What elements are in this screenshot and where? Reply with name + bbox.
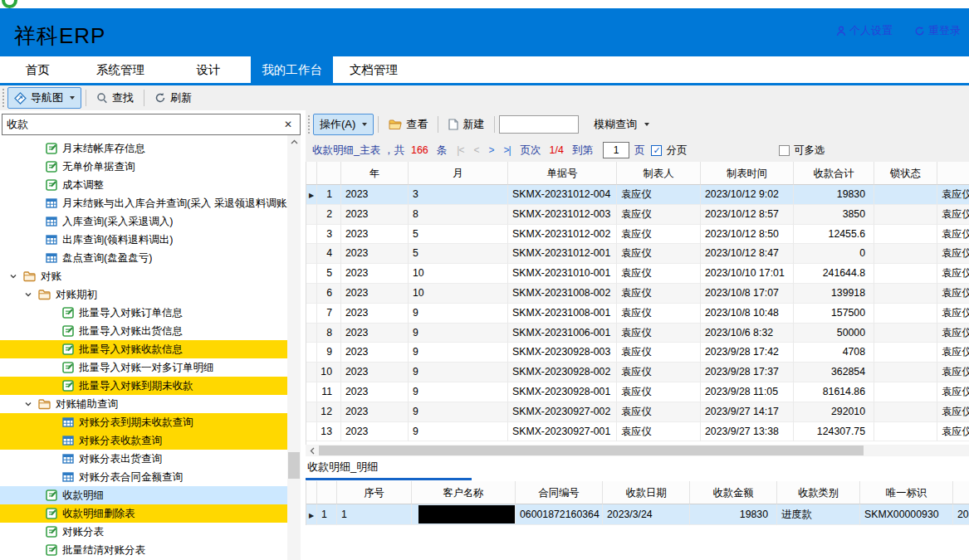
row-selector[interactable]: [306, 343, 317, 363]
refresh-button[interactable]: 刷新: [149, 87, 198, 109]
tree-item[interactable]: 对账分表: [0, 523, 287, 541]
column-header[interactable]: 收款金额: [690, 481, 777, 504]
scroll-up-icon[interactable]: [287, 135, 301, 149]
column-header[interactable]: 最: [937, 162, 969, 185]
tree-item[interactable]: 月末结账与出入库合并查询(采入 采退领退料调账盘点: [0, 194, 287, 212]
row-selector[interactable]: [306, 284, 317, 304]
tree-item[interactable]: 对账期初: [0, 285, 287, 304]
row-selector[interactable]: [306, 304, 317, 324]
tab-设计[interactable]: 设计: [166, 56, 251, 83]
column-header[interactable]: [317, 162, 341, 185]
column-header[interactable]: 收款合计: [794, 162, 874, 185]
tree-item[interactable]: 对账分表到期未收款查询: [0, 413, 287, 431]
row-selector[interactable]: [306, 422, 317, 442]
fuzzy-query-dropdown[interactable]: 模糊查询: [594, 117, 649, 132]
table-row[interactable]: 5202310SKMX-20231010-001袁应仪2023/10/10 17…: [306, 264, 969, 284]
tab-文档管理[interactable]: 文档管理: [333, 56, 414, 83]
table-row[interactable]: 1020239SKMX-20230928-002袁应仪2023/9/28 17:…: [306, 363, 969, 382]
tree-item[interactable]: 对账分表收款查询: [0, 431, 287, 450]
row-selector[interactable]: [306, 363, 317, 382]
table-row[interactable]: 320235SKMX-20231012-002袁应仪2023/10/12 8:5…: [306, 225, 969, 245]
toolbar-grip[interactable]: [2, 89, 4, 107]
row-selector[interactable]: [306, 225, 317, 245]
chevron-down-icon[interactable]: [7, 272, 19, 280]
table-row[interactable]: 6202310SKMX-20231008-002袁应仪2023/10/8 17:…: [306, 284, 969, 304]
table-row[interactable]: 820239SKMX-20231006-001袁应仪2023/10/6 8:32…: [306, 324, 969, 343]
view-button[interactable]: 查看: [383, 114, 433, 135]
multiselect-checkbox[interactable]: [779, 145, 790, 156]
tree-item[interactable]: 批量导入对账订单信息: [0, 304, 287, 322]
row-selector[interactable]: ▶: [306, 185, 317, 205]
tree-item[interactable]: 对账分表合同金额查询: [0, 468, 287, 486]
row-selector[interactable]: ▶: [306, 504, 317, 525]
nav-map-button[interactable]: 导航图: [7, 87, 81, 109]
column-header[interactable]: 单据号: [508, 162, 617, 185]
tree-item[interactable]: 批量导入对账出货信息: [0, 322, 287, 340]
scrollbar-thumb[interactable]: [319, 446, 864, 455]
find-button[interactable]: 查找: [91, 87, 139, 109]
column-header[interactable]: 序号: [337, 481, 412, 504]
column-header[interactable]: [317, 481, 337, 504]
relogin-link[interactable]: 重登录: [914, 23, 961, 38]
tree-item[interactable]: 批量结清对账分表: [0, 541, 287, 559]
chevron-down-icon[interactable]: [22, 400, 34, 408]
scrollbar-thumb[interactable]: [288, 452, 300, 479]
tree-item[interactable]: 对账分表出货查询: [0, 450, 287, 468]
table-row[interactable]: 720239SKMX-20231008-001袁应仪2023/10/8 10:4…: [306, 304, 969, 324]
chevron-down-icon[interactable]: [22, 290, 34, 299]
tree-item[interactable]: 盘点查询(盘盈盘亏): [0, 249, 287, 267]
column-header[interactable]: [306, 162, 317, 185]
tree-item[interactable]: 收款明细: [0, 486, 287, 504]
table-row[interactable]: ▶11060018721603642023/3/2419830进度款SKMX00…: [306, 504, 969, 525]
column-header[interactable]: [953, 481, 969, 504]
tree-item[interactable]: 对账辅助查询: [0, 395, 287, 413]
filter-input[interactable]: [499, 115, 579, 134]
column-header[interactable]: 客户名称: [412, 481, 516, 504]
operate-button[interactable]: 操作(A): [313, 114, 374, 135]
prev-page-button[interactable]: <: [473, 144, 478, 156]
column-header[interactable]: 制表时间: [701, 162, 794, 185]
table-row[interactable]: 1120239SKMX-20230928-001袁应仪2023/9/28 11:…: [306, 382, 969, 402]
tab-系统管理[interactable]: 系统管理: [75, 56, 166, 83]
personal-settings-link[interactable]: 个人设置: [836, 23, 893, 38]
tree-item[interactable]: 无单价单据查询: [0, 158, 287, 176]
column-header[interactable]: 锁状态: [874, 162, 937, 185]
column-header[interactable]: 收款日期: [603, 481, 690, 504]
tree-item[interactable]: 批量导入对账一对多订单明细: [0, 358, 287, 377]
horizontal-scrollbar[interactable]: [306, 445, 969, 456]
column-header[interactable]: 唯一标识: [860, 481, 953, 504]
table-row[interactable]: 420235SKMX-20231012-001袁应仪2023/10/12 8:4…: [306, 244, 969, 264]
goto-page-input[interactable]: [603, 142, 629, 158]
column-header[interactable]: [306, 481, 317, 504]
row-selector[interactable]: [306, 382, 317, 402]
last-page-button[interactable]: >|: [503, 144, 510, 156]
sidebar-scrollbar[interactable]: [287, 135, 301, 560]
tree-item[interactable]: 对账: [0, 267, 287, 285]
tree-item[interactable]: 批量导入对账到期未收款: [0, 377, 287, 395]
clear-search-icon[interactable]: ✕: [277, 119, 300, 130]
row-selector[interactable]: [306, 244, 317, 264]
column-header[interactable]: 制表人: [617, 162, 701, 185]
table-row[interactable]: 920239SKMX-20230928-003袁应仪2023/9/28 17:4…: [306, 343, 969, 363]
paging-checkbox[interactable]: ✓: [651, 145, 662, 156]
tab-我的工作台[interactable]: 我的工作台: [251, 56, 333, 83]
next-page-button[interactable]: >: [488, 144, 493, 156]
row-selector[interactable]: [306, 205, 317, 225]
column-header[interactable]: 年: [341, 162, 409, 185]
toolbar-grip[interactable]: [308, 115, 310, 134]
table-row[interactable]: ▶120233SKMX-20231012-004袁应仪2023/10/12 9:…: [306, 185, 969, 205]
new-button[interactable]: 新建: [443, 114, 490, 135]
search-input[interactable]: [2, 119, 277, 131]
detail-tab[interactable]: 收款明细_明细: [307, 460, 378, 475]
tree-item[interactable]: 月末结帐库存信息: [0, 139, 287, 158]
row-selector[interactable]: [306, 402, 317, 422]
tab-首页[interactable]: 首页: [0, 56, 75, 83]
table-row[interactable]: 220238SKMX-20231012-003袁应仪2023/10/12 8:5…: [306, 205, 969, 225]
row-selector[interactable]: [306, 264, 317, 284]
column-header[interactable]: 收款类别: [777, 481, 860, 504]
column-header[interactable]: 合同编号: [516, 481, 603, 504]
first-page-button[interactable]: |<: [457, 144, 463, 156]
table-row[interactable]: 1320239SKMX-20230927-001袁应仪2023/9/27 13:…: [306, 422, 969, 442]
column-header[interactable]: 月: [409, 162, 508, 185]
tree-item[interactable]: 成本调整: [0, 176, 287, 194]
